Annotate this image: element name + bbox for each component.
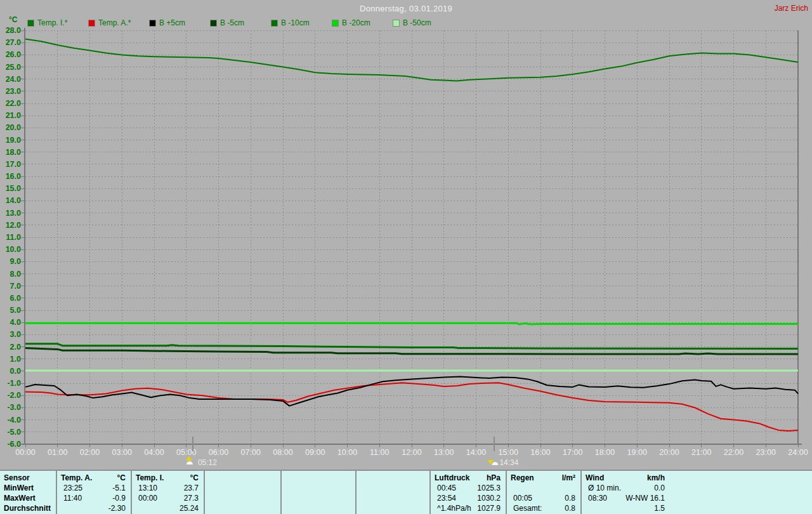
table-cell: 00:451025.3: [435, 483, 501, 493]
x-tick-label: 22:00: [724, 448, 743, 457]
table-cell: [511, 483, 575, 493]
cell-time: [360, 503, 363, 513]
legend-label: B +5cm: [159, 18, 185, 27]
marker-time-label: 14:34: [499, 458, 518, 467]
series-b-20cm: [25, 323, 798, 324]
y-tick-label: 12.0: [6, 221, 21, 230]
y-tick-label: 25.0: [6, 63, 21, 72]
cell-time: 23:54: [435, 493, 456, 503]
cell-time: Gesamt:: [511, 503, 542, 513]
legend-swatch-icon: [332, 20, 338, 26]
legend-swatch-icon: [272, 20, 277, 26]
y-tick-label: 13.0: [6, 209, 21, 218]
table-column-wind: Windkm/hØ 10 min.0.008:30W-NW 16.11.5: [580, 471, 812, 514]
x-tick-label: 06:00: [209, 448, 228, 457]
y-tick-label: 16.0: [6, 172, 21, 181]
table-cell: [285, 503, 350, 513]
y-tick-label: 14.0: [6, 196, 21, 205]
legend-item-temp-a-: Temp. A.*: [89, 19, 131, 27]
chart-canvas: -6.0-5.0-4.0-3.0-2.0-1.00.01.02.03.04.05…: [0, 0, 812, 470]
y-tick-label: 17.0: [6, 160, 21, 169]
cell-time: [511, 483, 513, 493]
table-cell: [360, 503, 424, 513]
column-unit: l/m²: [562, 473, 575, 483]
cell-time: [209, 493, 211, 503]
legend-swatch-icon: [150, 20, 155, 26]
row-label: Sensor: [4, 473, 51, 483]
legend-label: B -20cm: [342, 18, 370, 27]
column-header: LuftdruckhPa: [435, 473, 501, 483]
column-header: [285, 473, 350, 483]
y-tick-label: 1.0: [10, 355, 21, 364]
legend-item-b-50cm: B -50cm: [393, 19, 431, 27]
column-header: Temp. I.°C: [136, 473, 199, 483]
series-b-5cm: [25, 377, 798, 406]
cell-time: [61, 503, 63, 513]
x-tick-label: 10:00: [337, 448, 357, 457]
legend-item-b-10cm: B -10cm: [272, 19, 310, 27]
y-tick-label: 19.0: [6, 136, 21, 145]
table-column-luftdruck: LuftdruckhPa00:451025.323:541030.2^1.4hP…: [429, 471, 506, 514]
legend-swatch-icon: [28, 20, 34, 26]
cell-time: [285, 483, 288, 493]
y-tick-label: 11.0: [6, 233, 21, 242]
y-tick-label: -3.0: [7, 403, 21, 412]
legend-swatch-icon: [89, 20, 95, 26]
y-tick-label: -5.0: [7, 428, 21, 437]
x-tick-label: 01:00: [48, 448, 67, 457]
table-cell: 00:0027.3: [136, 493, 199, 503]
column-header: Temp. A.°C: [61, 473, 126, 483]
cell-time: Ø 10 min.: [586, 483, 621, 493]
table-cell: [360, 483, 424, 493]
table-cell: [285, 483, 350, 493]
sunrise-icon: [186, 456, 192, 461]
table-cell: [209, 493, 275, 503]
column-unit: km/h: [647, 473, 665, 483]
y-tick-label: 27.0: [6, 38, 21, 47]
table-cell: Gesamt:0.8: [511, 503, 575, 513]
y-tick-label: 3.0: [10, 330, 21, 339]
cell-time: [136, 503, 138, 513]
x-tick-label: 09:00: [305, 448, 325, 457]
x-tick-label: 02:00: [80, 448, 100, 457]
cell-value: 0.8: [565, 493, 575, 503]
legend-swatch-icon: [211, 20, 216, 26]
table-cell: 25.24: [136, 503, 199, 513]
table-cell: -2.30: [61, 503, 126, 513]
table-cell: [360, 493, 424, 503]
y-tick-label: 6.0: [10, 294, 21, 303]
legend-label: B -5cm: [220, 18, 244, 27]
column-header: [209, 473, 275, 483]
y-tick-label: 18.0: [6, 148, 21, 157]
x-tick-label: 24:00: [788, 448, 808, 457]
table-cell: 11:40-0.9: [61, 493, 126, 503]
column-header: [360, 473, 424, 483]
legend-label: Temp. I.*: [37, 18, 67, 27]
y-tick-label: -6.0: [7, 440, 21, 449]
cell-time: ^1.4hPa/h: [435, 503, 471, 513]
x-tick-label: 23:00: [756, 448, 776, 457]
cell-time: [285, 503, 288, 513]
y-tick-label: 26.0: [6, 50, 21, 59]
x-tick-label: 03:00: [112, 448, 132, 457]
x-tick-label: 12:00: [402, 448, 421, 457]
table-cell: 23:25-5.1: [61, 483, 126, 493]
y-tick-label: 22.0: [6, 99, 21, 108]
sunrise-icon: [187, 461, 193, 465]
table-cell: 00:050.8: [511, 493, 575, 503]
table-row-labels-column: SensorMinWertMaxWertDurchschnitt: [0, 471, 56, 514]
x-tick-label: 00:00: [15, 448, 35, 457]
cell-value: -5.1: [112, 483, 126, 493]
table-cell: 08:30W-NW 16.1: [586, 493, 665, 503]
stats-table: SensorMinWertMaxWertDurchschnittTemp. A.…: [0, 470, 812, 514]
column-name: Temp. A.: [61, 473, 92, 483]
cell-value: 25.24: [180, 503, 199, 513]
column-name: Temp. I.: [136, 473, 164, 483]
cell-value: 0.8: [565, 503, 575, 513]
cell-value: W-NW 16.1: [625, 493, 665, 503]
cell-time: [586, 503, 588, 513]
table-column-regen: Regenl/m²00:050.8Gesamt:0.8: [506, 471, 580, 514]
legend-label: B -10cm: [281, 18, 310, 27]
table-cell: ^1.4hPa/h1027.9: [435, 503, 501, 513]
cell-value: 1030.2: [477, 493, 501, 503]
